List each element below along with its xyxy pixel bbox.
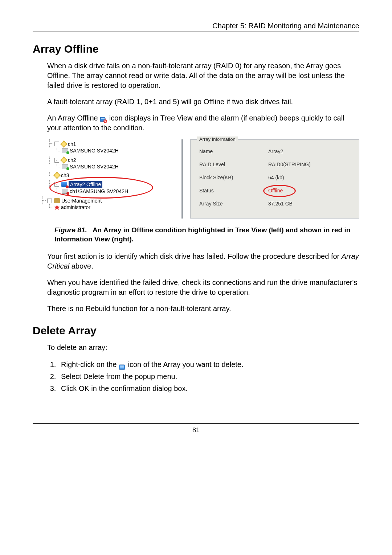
tree-label: ch1\SAMSUNG SV2042H <box>70 188 128 194</box>
tree-label-selected: Array2 Offline <box>69 181 102 188</box>
page-number: 81 <box>33 427 359 434</box>
channel-icon <box>60 140 68 148</box>
step-3: Click OK in the confirmation dialog box. <box>58 383 359 394</box>
tree-node-administrator[interactable]: administrator <box>54 204 90 210</box>
para-array-offline-3: An Array Offline icon displays in Tree V… <box>33 113 359 133</box>
tree-view: - ch1 SAMSUNG SV2042H <box>47 139 171 212</box>
array-information-panel: Array Information Name Array2 RAID Level… <box>181 139 359 219</box>
figure-caption-text: An Array in Offline condition highlighte… <box>54 226 350 243</box>
info-label: Array Size <box>199 201 268 207</box>
heading-delete-array: Delete Array <box>33 325 359 337</box>
channel-icon <box>60 156 68 164</box>
tree-label: ch1 <box>68 141 76 147</box>
tree-label: ch2 <box>68 157 76 163</box>
para-3a: An Array Offline <box>47 114 100 122</box>
tree-node-array2-offline[interactable]: - Array2 Offline <box>54 181 102 188</box>
users-icon <box>54 198 60 203</box>
step-1b: icon of the Array you want to delete. <box>128 360 244 368</box>
user-icon <box>54 205 60 210</box>
tree-label: SAMSUNG SV2042H <box>70 164 119 170</box>
tree-label: SAMSUNG SV2042H <box>70 148 119 154</box>
para-no-rebuild: There is no Rebuild function for a non-f… <box>33 304 359 314</box>
info-label: Status <box>199 188 268 193</box>
info-row-raid-level: RAID Level RAID0(STRIPING) <box>199 158 350 171</box>
tree-node-ch1[interactable]: - ch1 <box>54 141 76 147</box>
para-first-action: Your first action is to identify which d… <box>33 252 359 271</box>
info-row-block-size: Block Size(KB) 64 (kb) <box>199 171 350 184</box>
disk-bad-icon <box>62 189 68 194</box>
annotation-oval-icon <box>263 185 296 197</box>
tree-label: administrator <box>61 204 90 210</box>
tree-node-ch2[interactable]: - ch2 <box>54 157 76 163</box>
figure-label: Figure 81. <box>54 226 87 234</box>
figure-81: - ch1 SAMSUNG SV2042H <box>47 139 359 219</box>
header-rule <box>33 32 359 32</box>
expander-minus-icon[interactable]: - <box>47 199 52 203</box>
tree-node-array-child[interactable]: ch1\SAMSUNG SV2042H <box>62 188 128 194</box>
tree-node-ch3[interactable]: ch3 <box>54 172 69 178</box>
tree-label: ch3 <box>61 172 69 178</box>
svg-rect-1 <box>101 118 105 119</box>
step-1: Right-click on the icon of the Array you… <box>58 359 359 370</box>
tree-node-ch1-disk[interactable]: SAMSUNG SV2042H <box>62 148 119 154</box>
info-value: 37.251 GB <box>268 201 293 207</box>
info-row-name: Name Array2 <box>199 145 350 158</box>
para-identified: When you have identified the failed driv… <box>33 278 359 297</box>
expander-minus-icon[interactable]: - <box>54 158 59 163</box>
array-offline-icon <box>100 115 107 121</box>
svg-rect-5 <box>120 367 124 368</box>
disk-ok-icon <box>62 148 68 153</box>
svg-rect-3 <box>119 365 125 370</box>
channel-icon <box>53 172 61 179</box>
chapter-header: Chapter 5: RAID Monitoring and Maintenan… <box>33 22 359 30</box>
tree-node-user-management[interactable]: - UserManagement <box>47 198 102 204</box>
info-value: 64 (kb) <box>268 175 284 180</box>
array-offline-icon <box>61 182 67 187</box>
info-row-status: Status Offline <box>199 184 350 197</box>
info-row-array-size: Array Size 37.251 GB <box>199 197 350 210</box>
footer-rule <box>33 423 359 424</box>
step-1a: Right-click on the <box>61 360 119 368</box>
para-first-action-b: above. <box>69 262 93 270</box>
info-value: Array2 <box>268 148 283 154</box>
expander-minus-icon[interactable]: - <box>54 182 59 187</box>
tree-label: UserManagement <box>61 198 102 204</box>
info-label: RAID Level <box>199 162 268 167</box>
panel-legend: Array Information <box>197 136 238 142</box>
info-value: RAID0(STRIPING) <box>268 162 311 167</box>
expander-minus-icon[interactable]: - <box>54 142 59 146</box>
figure-caption: Figure 81. An Array in Offline condition… <box>54 226 359 244</box>
delete-array-steps: Right-click on the icon of the Array you… <box>47 359 359 394</box>
svg-rect-4 <box>120 366 124 367</box>
info-label: Name <box>199 148 268 154</box>
info-label: Block Size(KB) <box>199 175 268 180</box>
heading-array-offline: Array Offline <box>33 43 359 55</box>
step-2: Select Delete from the popup menu. <box>58 371 359 382</box>
disk-ok-icon <box>62 164 68 169</box>
para-array-offline-1: When a disk drive fails on a non-fault-t… <box>33 61 359 90</box>
para-first-action-a: Your first action is to identify which d… <box>47 252 342 260</box>
delete-array-intro: To delete an array: <box>33 343 359 352</box>
tree-node-ch2-disk[interactable]: SAMSUNG SV2042H <box>62 164 119 170</box>
para-array-offline-2: A fault-tolerant array (RAID 1, 0+1 and … <box>33 97 359 107</box>
array-icon <box>119 361 126 368</box>
